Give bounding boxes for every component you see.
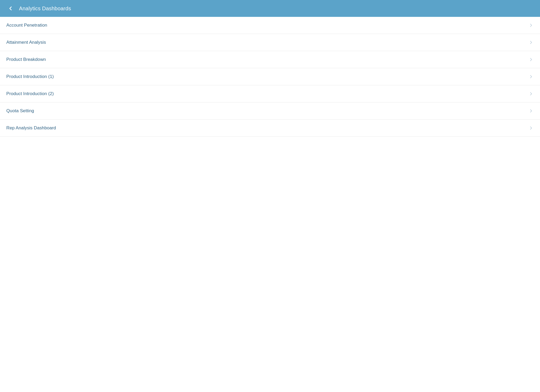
item-label-quota-setting: Quota Setting <box>6 108 34 114</box>
item-label-product-breakdown: Product Breakdown <box>6 57 46 62</box>
dashboard-list: Account Penetration Attainment Analysis … <box>0 17 540 137</box>
item-label-account-penetration: Account Penetration <box>6 23 47 28</box>
app-header: Analytics Dashboards <box>0 0 540 17</box>
chevron-right-icon <box>528 74 534 79</box>
chevron-right-icon <box>528 108 534 114</box>
list-item-quota-setting[interactable]: Quota Setting <box>0 102 540 120</box>
chevron-right-icon <box>528 40 534 45</box>
list-item-rep-analysis-dashboard[interactable]: Rep Analysis Dashboard <box>0 120 540 137</box>
list-item-attainment-analysis[interactable]: Attainment Analysis <box>0 34 540 51</box>
page-title: Analytics Dashboards <box>19 6 71 12</box>
item-label-product-introduction-2: Product Introduction (2) <box>6 91 54 96</box>
back-button[interactable] <box>6 4 15 13</box>
list-item-account-penetration[interactable]: Account Penetration <box>0 17 540 34</box>
item-label-attainment-analysis: Attainment Analysis <box>6 40 46 45</box>
list-item-product-introduction-2[interactable]: Product Introduction (2) <box>0 85 540 102</box>
item-label-rep-analysis-dashboard: Rep Analysis Dashboard <box>6 125 56 131</box>
list-item-product-introduction-1[interactable]: Product Introduction (1) <box>0 68 540 85</box>
chevron-right-icon <box>528 23 534 28</box>
item-label-product-introduction-1: Product Introduction (1) <box>6 74 54 79</box>
chevron-right-icon <box>528 125 534 131</box>
chevron-right-icon <box>528 57 534 62</box>
back-arrow-icon <box>7 5 14 12</box>
list-item-product-breakdown[interactable]: Product Breakdown <box>0 51 540 68</box>
chevron-right-icon <box>528 91 534 96</box>
